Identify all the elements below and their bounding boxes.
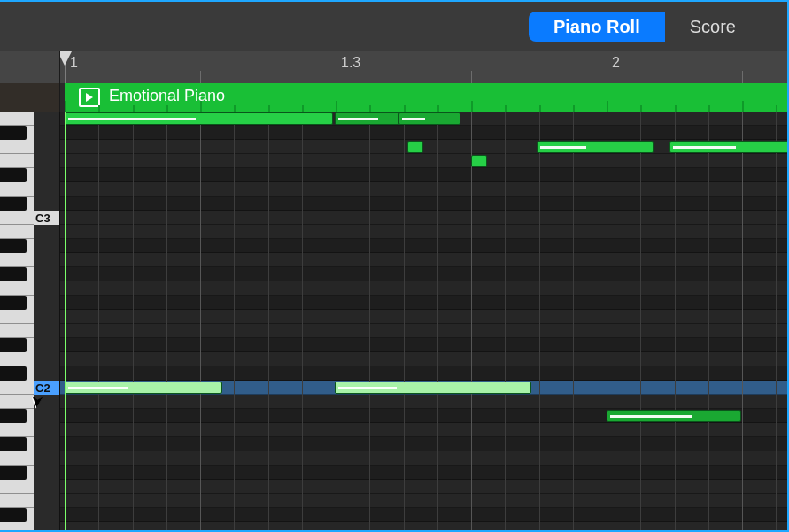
piano-black-key[interactable]	[0, 409, 27, 423]
piano-black-key[interactable]	[0, 508, 27, 522]
note-lane[interactable]	[60, 480, 787, 494]
ruler-label: 1.3	[341, 55, 360, 71]
note-lane[interactable]	[60, 437, 787, 451]
note-lane[interactable]	[60, 182, 787, 197]
midi-note[interactable]	[65, 112, 333, 125]
midi-note[interactable]	[471, 155, 487, 167]
piano-black-key[interactable]	[0, 338, 27, 352]
tab-piano-roll[interactable]: Piano Roll	[529, 12, 665, 42]
ruler-gutter	[0, 51, 60, 83]
midi-note[interactable]	[335, 382, 531, 394]
key-label-c3: C3	[34, 211, 59, 225]
svg-marker-0	[86, 93, 93, 102]
note-lane[interactable]	[60, 253, 787, 267]
note-lane[interactable]	[60, 423, 787, 437]
midi-note[interactable]	[65, 382, 222, 394]
ruler-label: 2	[612, 55, 620, 71]
piano-roll: C3C2C1	[0, 112, 787, 530]
piano-black-key[interactable]	[0, 126, 27, 140]
note-lane[interactable]	[60, 494, 787, 508]
note-lane[interactable]	[60, 395, 787, 409]
region-header-gutter	[0, 83, 60, 112]
note-lane[interactable]	[60, 296, 787, 310]
midi-note[interactable]	[407, 141, 423, 153]
playhead-line[interactable]	[65, 112, 66, 530]
note-lane[interactable]	[60, 324, 787, 338]
key-label-c2: C2	[34, 381, 59, 395]
note-lane[interactable]	[60, 168, 787, 182]
note-lane[interactable]	[60, 508, 787, 522]
timeline-ruler[interactable]: 11.32	[0, 51, 787, 83]
note-lane[interactable]	[60, 338, 787, 352]
note-lane[interactable]	[60, 197, 787, 211]
midi-note[interactable]	[537, 141, 654, 153]
note-lane[interactable]	[60, 522, 787, 530]
playhead-marker[interactable]	[60, 51, 72, 66]
note-lane[interactable]	[60, 466, 787, 480]
note-lane[interactable]	[60, 239, 787, 253]
note-lane[interactable]	[60, 267, 787, 281]
note-lane[interactable]	[60, 366, 787, 381]
piano-black-key[interactable]	[0, 239, 27, 253]
piano-black-key[interactable]	[0, 197, 27, 211]
piano-black-key[interactable]	[0, 437, 27, 451]
note-lane[interactable]	[60, 310, 787, 324]
segmented-control: Piano Roll Score	[529, 12, 761, 42]
piano-black-key[interactable]	[0, 296, 27, 310]
midi-note[interactable]	[669, 141, 787, 153]
piano-black-key[interactable]	[0, 466, 27, 480]
piano-black-key[interactable]	[0, 267, 27, 281]
region-header[interactable]: Emotional Piano	[65, 83, 787, 112]
note-lane[interactable]	[60, 154, 787, 168]
piano-black-key[interactable]	[0, 168, 27, 182]
note-lane[interactable]	[60, 126, 787, 140]
tab-score[interactable]: Score	[665, 12, 761, 42]
note-lane[interactable]	[60, 352, 787, 366]
view-tabs: Piano Roll Score	[0, 2, 787, 51]
midi-note[interactable]	[398, 112, 460, 125]
note-lane[interactable]	[60, 451, 787, 466]
note-lane[interactable]	[60, 211, 787, 225]
midi-note[interactable]	[607, 410, 741, 422]
note-lane[interactable]	[60, 225, 787, 239]
region-title: Emotional Piano	[109, 87, 225, 105]
piano-black-key[interactable]	[0, 366, 27, 381]
key-label-column: C3C2C1	[34, 112, 60, 530]
region-icon	[79, 88, 100, 107]
note-grid[interactable]	[60, 112, 787, 530]
note-lane[interactable]	[60, 281, 787, 296]
